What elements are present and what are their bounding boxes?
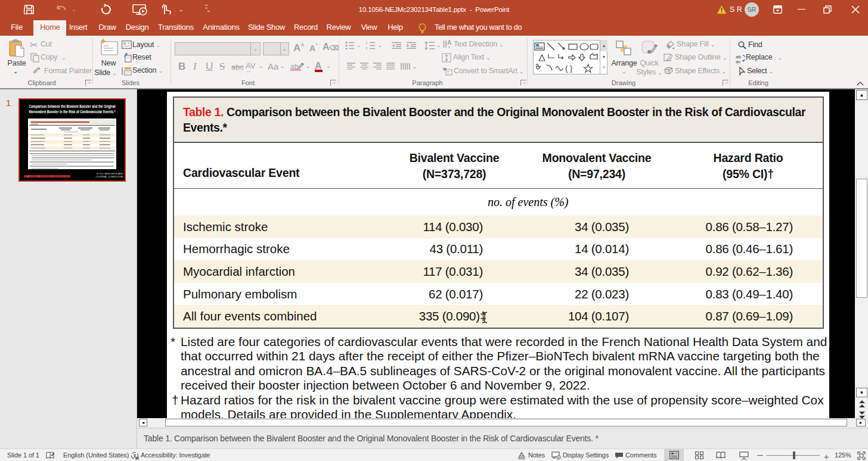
svg-text:ac: ac bbox=[736, 59, 740, 63]
svg-text:A: A bbox=[447, 39, 451, 46]
svg-text:{ }: { } bbox=[565, 64, 573, 73]
svg-text:2: 2 bbox=[365, 46, 368, 50]
svg-text:1: 1 bbox=[365, 41, 368, 45]
